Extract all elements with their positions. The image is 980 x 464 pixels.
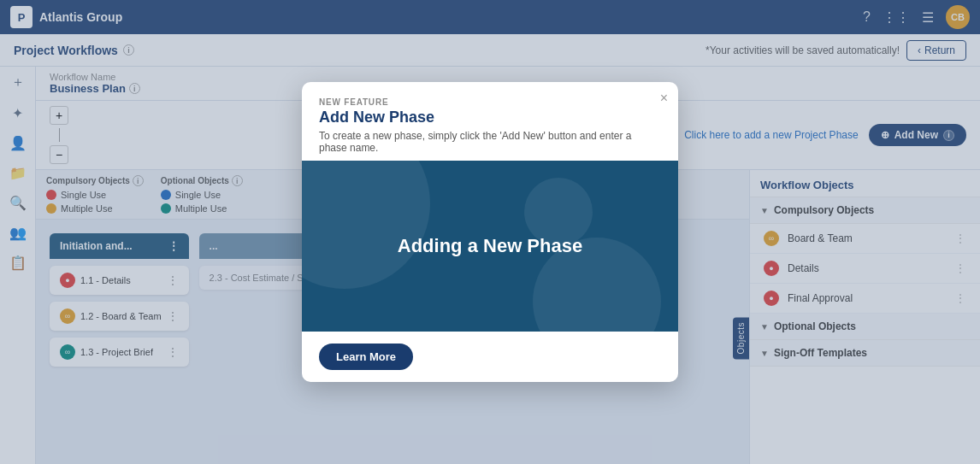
modal-description: To create a new phase, simply click the … [319, 130, 661, 154]
bg-circle-1 [302, 161, 430, 289]
modal-header: NEW FEATURE Add New Phase To create a ne… [302, 82, 678, 161]
modal-overlay[interactable]: × NEW FEATURE Add New Phase To create a … [0, 0, 980, 464]
modal-title: Add New Phase [319, 109, 661, 126]
modal-footer: Learn More [302, 332, 678, 382]
learn-more-button[interactable]: Learn More [319, 344, 413, 370]
modal-image: Adding a New Phase [302, 161, 678, 332]
modal-close-button[interactable]: × [660, 91, 668, 106]
modal: × NEW FEATURE Add New Phase To create a … [302, 82, 678, 382]
modal-tag: NEW FEATURE [319, 97, 661, 107]
modal-image-text: Adding a New Phase [398, 235, 582, 257]
